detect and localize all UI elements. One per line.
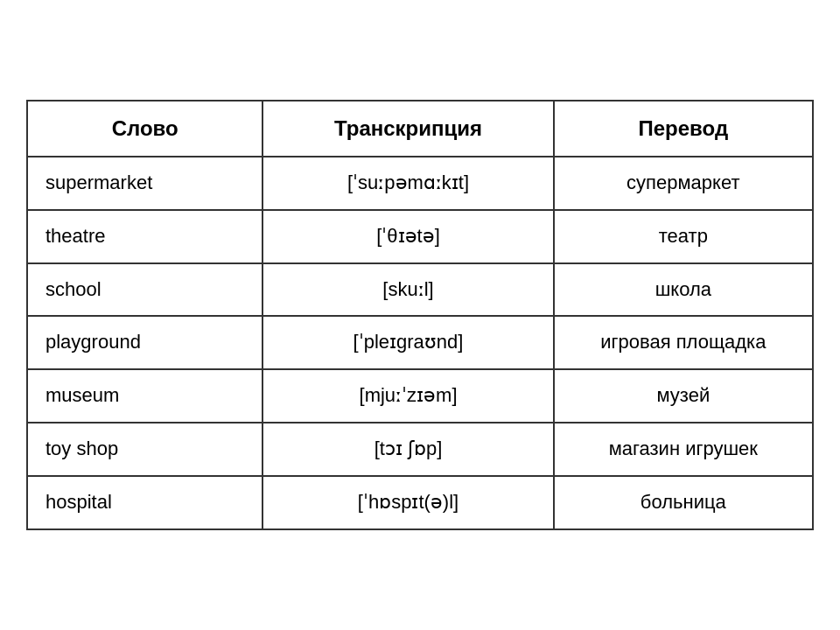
cell-translation: театр — [554, 210, 813, 263]
cell-word: hospital — [27, 476, 262, 529]
cell-transcription: [tɔɪ ʃɒp] — [262, 423, 553, 476]
header-word: Слово — [27, 101, 262, 157]
table-header-row: Слово Транскрипция Перевод — [27, 101, 813, 157]
cell-transcription: [skuːl] — [262, 263, 553, 317]
cell-transcription: [ˈθɪətə] — [262, 210, 553, 263]
cell-transcription: [ˈhɒspɪt(ə)l] — [262, 476, 553, 529]
cell-transcription: [mjuːˈzɪəm] — [262, 369, 553, 423]
table-row: playground[ˈpleɪgraʊnd]игровая площадка — [27, 316, 813, 369]
cell-transcription: [ˈsuːpəmɑːkɪt] — [262, 157, 553, 210]
cell-word: playground — [27, 316, 262, 369]
table-row: supermarket[ˈsuːpəmɑːkɪt]супермаркет — [27, 157, 813, 210]
cell-translation: школа — [554, 263, 813, 317]
cell-translation: игровая площадка — [554, 316, 813, 369]
cell-word: supermarket — [27, 157, 262, 210]
cell-word: theatre — [27, 210, 262, 263]
header-translation: Перевод — [554, 101, 813, 157]
table-row: museum[mjuːˈzɪəm]музей — [27, 369, 813, 423]
cell-translation: магазин игрушек — [554, 423, 813, 476]
table-row: theatre[ˈθɪətə]театр — [27, 210, 813, 263]
vocabulary-table-wrapper: Слово Транскрипция Перевод supermarket[ˈ… — [26, 100, 814, 529]
cell-translation: супермаркет — [554, 157, 813, 210]
table-row: school[skuːl]школа — [27, 263, 813, 317]
cell-word: school — [27, 263, 262, 317]
cell-transcription: [ˈpleɪgraʊnd] — [262, 316, 553, 369]
table-row: toy shop[tɔɪ ʃɒp]магазин игрушек — [27, 423, 813, 476]
cell-word: museum — [27, 369, 262, 423]
header-transcription: Транскрипция — [262, 101, 553, 157]
table-row: hospital[ˈhɒspɪt(ə)l]больница — [27, 476, 813, 529]
cell-translation: больница — [554, 476, 813, 529]
cell-word: toy shop — [27, 423, 262, 476]
vocabulary-table: Слово Транскрипция Перевод supermarket[ˈ… — [26, 100, 814, 529]
cell-translation: музей — [554, 369, 813, 423]
